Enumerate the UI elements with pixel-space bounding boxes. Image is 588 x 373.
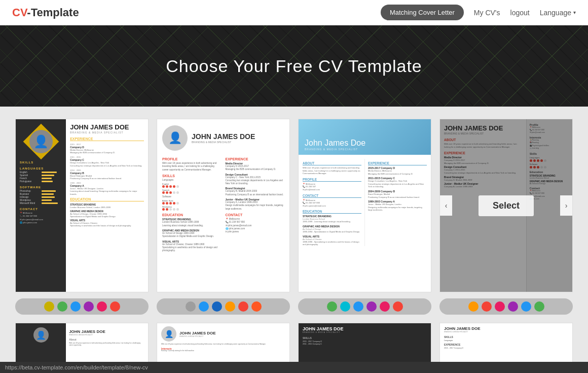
- color-dot[interactable]: [225, 301, 235, 312]
- color-dot[interactable]: [393, 301, 403, 312]
- template-preview-2: JOHN JAMES DOE BRANDING & MEDIA SPECIALI…: [157, 119, 289, 292]
- color-dot[interactable]: [327, 301, 337, 312]
- hero-section: Choose Your Free CV Template: [0, 25, 588, 107]
- bt2-avatar: [161, 326, 176, 342]
- color-dot[interactable]: [521, 301, 531, 312]
- color-dot[interactable]: [495, 301, 505, 312]
- t1-right-panel: JOHN JAMES DOE BRANDING & MEDIA SPECIALI…: [66, 119, 148, 292]
- color-dot[interactable]: [44, 301, 54, 312]
- color-dot[interactable]: [366, 301, 377, 312]
- template-preview-1: 👤 SKILLS Languages English Spanish Frenc…: [16, 119, 148, 292]
- header: CV-Template Matching Cover Letter My CV'…: [0, 0, 588, 25]
- color-dot[interactable]: [97, 301, 107, 312]
- template-card-3[interactable]: John James Doe Branding & media speciali…: [298, 119, 431, 292]
- color-group-4: [439, 298, 573, 315]
- color-dot[interactable]: [84, 301, 94, 312]
- template-card-4[interactable]: Select ‹ › JOHN JAMES DOE BRANDING & MED…: [439, 119, 573, 292]
- language-label: Language: [540, 9, 571, 17]
- chevron-down-icon: ▾: [573, 10, 576, 15]
- matching-cover-button[interactable]: Matching Cover Letter: [381, 5, 464, 20]
- color-group-3: [298, 298, 431, 315]
- logo-cv: CV: [12, 6, 27, 19]
- color-dot[interactable]: [57, 301, 67, 312]
- select-button[interactable]: Select: [479, 195, 534, 216]
- color-dot[interactable]: [482, 301, 492, 312]
- color-dot[interactable]: [110, 301, 120, 312]
- status-url: https://beta.cv-template.com/en/builder/…: [5, 364, 148, 370]
- color-dot[interactable]: [380, 301, 390, 312]
- color-dot[interactable]: [353, 301, 363, 312]
- color-dot[interactable]: [70, 301, 81, 312]
- select-overlay: Select: [440, 119, 572, 292]
- logo-template: Template: [31, 6, 79, 19]
- template-card-1[interactable]: 👤 SKILLS Languages English Spanish Frenc…: [15, 119, 149, 292]
- color-dot[interactable]: [468, 301, 479, 312]
- t1-left-panel: 👤 SKILLS Languages English Spanish Frenc…: [16, 119, 66, 292]
- color-dot[interactable]: [508, 301, 518, 312]
- template-card-2[interactable]: JOHN JAMES DOE BRANDING & MEDIA SPECIALI…: [157, 119, 290, 292]
- color-dot[interactable]: [340, 301, 350, 312]
- templates-section: 👤 SKILLS Languages English Spanish Frenc…: [0, 107, 588, 373]
- prev-template-arrow[interactable]: ‹: [440, 195, 452, 216]
- color-row: [15, 292, 573, 323]
- header-nav: Matching Cover Letter My CV's logout Lan…: [381, 5, 576, 20]
- color-dot[interactable]: [212, 301, 222, 312]
- color-group-1: [15, 298, 149, 315]
- logout-link[interactable]: logout: [510, 9, 530, 17]
- color-dot[interactable]: [186, 301, 196, 312]
- logo-dash: -: [27, 6, 30, 19]
- next-template-arrow[interactable]: ›: [560, 195, 572, 216]
- color-dot[interactable]: [238, 301, 248, 312]
- language-selector[interactable]: Language ▾: [540, 9, 576, 17]
- color-group-2: [157, 298, 290, 315]
- status-bar: https://beta.cv-template.com/en/builder/…: [0, 362, 588, 373]
- template-preview-4: Select ‹ › JOHN JAMES DOE BRANDING & MED…: [440, 119, 572, 292]
- template-preview-3: John James Doe Branding & media speciali…: [299, 119, 431, 292]
- color-dot[interactable]: [199, 301, 209, 312]
- hero-title: Choose Your Free CV Template: [166, 56, 422, 76]
- my-cvs-link[interactable]: My CV's: [474, 9, 500, 17]
- color-dot[interactable]: [534, 301, 544, 312]
- templates-row-1: 👤 SKILLS Languages English Spanish Frenc…: [15, 119, 573, 292]
- color-dot[interactable]: [251, 301, 262, 312]
- logo[interactable]: CV-Template: [12, 6, 79, 19]
- t2-avatar: [162, 125, 188, 151]
